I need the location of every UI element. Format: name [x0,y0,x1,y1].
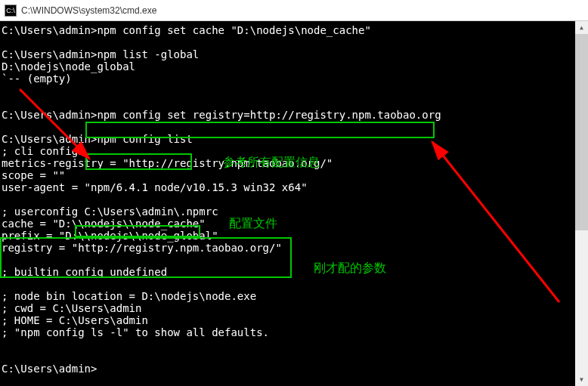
vertical-scrollbar[interactable]: ▲ ▼ [575,21,588,386]
window-titlebar[interactable]: C:\ C:\WINDOWS\system32\cmd.exe [0,0,588,21]
annotation-config-file: 配置文件 [229,216,277,232]
terminal-output[interactable]: C:\Users\admin>npm config set cache "D:\… [0,21,588,378]
scroll-thumb[interactable] [575,34,588,230]
scroll-track[interactable] [575,34,588,373]
scroll-up-button[interactable]: ▲ [575,21,588,34]
window-title: C:\WINDOWS\system32\cmd.exe [21,5,156,16]
scroll-down-button[interactable]: ▼ [575,373,588,386]
cmd-icon: C:\ [5,5,17,17]
annotation-all-config: 参考所有配置信息 [223,155,320,171]
annotation-just-set: 刚才配的参数 [314,261,386,276]
